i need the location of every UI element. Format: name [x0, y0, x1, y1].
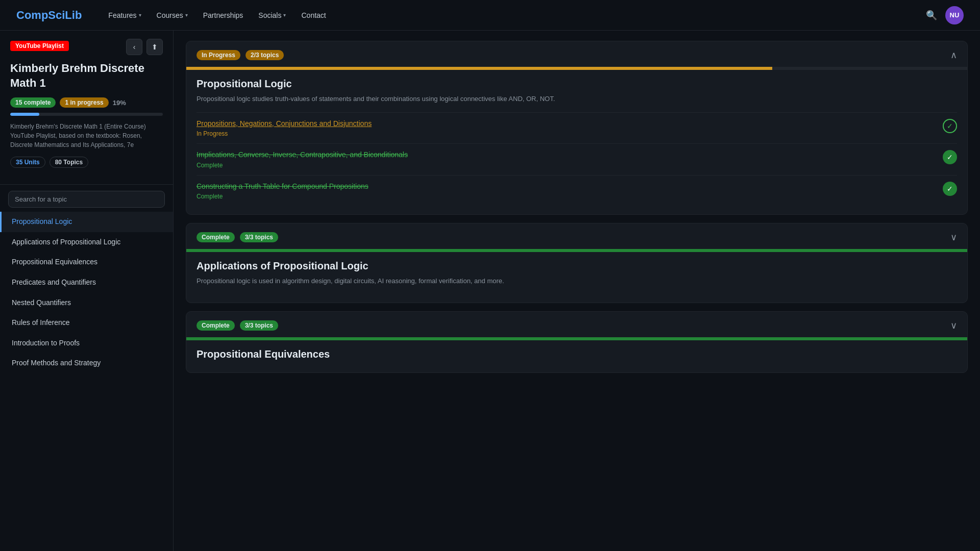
search-box: [8, 191, 165, 208]
stats-badges: 15 complete 1 in progress 19%: [10, 97, 163, 108]
logo-text: CompSciLib: [16, 9, 82, 21]
nav-contact[interactable]: Contact: [295, 8, 332, 22]
topics-count-badge: 3/3 topics: [240, 232, 278, 242]
units-badge: 35 Units: [10, 157, 45, 168]
search-input[interactable]: [8, 191, 165, 208]
topic-info: Implications, Converse, Inverse, Contrap…: [197, 150, 408, 169]
chevron-down-icon: ∨: [950, 232, 957, 243]
card-equivalences: Complete 3/3 topics ∨ Propositional Equi…: [186, 311, 968, 373]
card-header-applications[interactable]: Complete 3/3 topics ∨: [186, 223, 967, 249]
youtube-playlist-badge[interactable]: YouTube Playlist: [10, 41, 69, 51]
nav-courses[interactable]: Courses ▾: [151, 8, 194, 22]
back-button[interactable]: ‹: [126, 39, 142, 55]
percent-badge: 19%: [113, 99, 126, 107]
card-header-left: In Progress 2/3 topics: [197, 50, 284, 60]
main-content: In Progress 2/3 topics ∧ Propositional L…: [174, 31, 980, 551]
card-body-applications: Applications of Propositional Logic Prop…: [186, 252, 967, 303]
sidebar-item-nested-quantifiers[interactable]: Nested Quantifiers: [0, 293, 173, 313]
status-badge-complete: Complete: [197, 320, 235, 331]
sidebar-item-predicates[interactable]: Predicates and Quantifiers: [0, 272, 173, 293]
card-title: Applications of Propositional Logic: [197, 260, 957, 272]
topics-badge: 80 Topics: [50, 157, 88, 168]
share-button[interactable]: ⬆: [146, 39, 163, 55]
topic-info: Propositions, Negations, Conjunctions an…: [197, 119, 372, 138]
check-circle-complete: ✓: [943, 182, 957, 196]
card-header-equivalences[interactable]: Complete 3/3 topics ∨: [186, 312, 967, 337]
topic-info: Constructing a Truth Table for Compound …: [197, 182, 369, 201]
chevron-down-icon: ▾: [185, 12, 188, 18]
sidebar-item-rules-of-inference[interactable]: Rules of Inference: [0, 313, 173, 333]
card-body-equivalences: Propositional Equivalences: [186, 340, 967, 372]
card-title: Propositional Equivalences: [197, 348, 957, 360]
overall-progress-bar: [10, 113, 163, 116]
search-icon[interactable]: 🔍: [926, 10, 937, 21]
chevron-up-icon: ∧: [950, 49, 957, 61]
check-circle-outline[interactable]: ✓: [943, 119, 957, 133]
nav-partnerships[interactable]: Partnerships: [197, 8, 250, 22]
in-progress-badge: 1 in progress: [60, 97, 108, 108]
nav-features[interactable]: Features ▾: [102, 8, 147, 22]
overall-progress-fill: [10, 113, 39, 116]
sidebar-item-proof-methods[interactable]: Proof Methods and Strategy: [0, 353, 173, 373]
sidebar: YouTube Playlist ‹ ⬆ Kimberly Brehm Disc…: [0, 31, 174, 551]
topic-status: In Progress: [197, 130, 372, 137]
topic-item: Propositions, Negations, Conjunctions an…: [197, 112, 957, 144]
card-applications: Complete 3/3 topics ∨ Applications of Pr…: [186, 223, 968, 303]
sidebar-header: YouTube Playlist ‹ ⬆ Kimberly Brehm Disc…: [0, 41, 173, 185]
main-layout: YouTube Playlist ‹ ⬆ Kimberly Brehm Disc…: [0, 31, 980, 551]
complete-badge: 15 complete: [10, 97, 56, 108]
card-description: Propositional logic studies truth-values…: [197, 94, 957, 104]
chevron-down-icon: ∨: [950, 320, 957, 331]
share-icon: ⬆: [152, 43, 158, 51]
topic-name[interactable]: Implications, Converse, Inverse, Contrap…: [197, 150, 408, 160]
card-description: Propositional logic is used in algorithm…: [197, 276, 957, 286]
sidebar-item-applications[interactable]: Applications of Propositional Logic: [0, 232, 173, 253]
logo[interactable]: CompSciLib: [16, 9, 82, 22]
card-body-propositional-logic: Propositional Logic Propositional logic …: [186, 70, 967, 214]
nav-socials[interactable]: Socials ▾: [252, 8, 292, 22]
sidebar-item-propositional-logic[interactable]: Propositional Logic: [0, 212, 173, 232]
course-title: Kimberly Brehm Discrete Math 1: [10, 61, 163, 90]
topic-name[interactable]: Constructing a Truth Table for Compound …: [197, 182, 369, 192]
topic-name[interactable]: Propositions, Negations, Conjunctions an…: [197, 119, 372, 129]
sidebar-item-equivalences[interactable]: Propositional Equivalences: [0, 252, 173, 272]
nav-right: 🔍 NU: [926, 6, 964, 24]
topics-count-badge: 2/3 topics: [246, 50, 284, 60]
sidebar-controls: ‹ ⬆: [126, 39, 163, 55]
unit-topic-badges: 35 Units 80 Topics: [10, 157, 163, 168]
topics-count-badge: 3/3 topics: [240, 320, 278, 331]
sidebar-nav: Propositional Logic Applications of Prop…: [0, 212, 173, 373]
navbar: CompSciLib Features ▾ Courses ▾ Partners…: [0, 0, 980, 31]
card-header-propositional-logic[interactable]: In Progress 2/3 topics ∧: [186, 41, 967, 67]
course-description: Kimberly Brehm's Discrete Math 1 (Entire…: [10, 122, 163, 149]
topic-status: Complete: [197, 162, 408, 169]
card-header-left: Complete 3/3 topics: [197, 232, 278, 242]
status-badge-in-progress: In Progress: [197, 50, 240, 60]
topic-item: Constructing a Truth Table for Compound …: [197, 175, 957, 207]
chevron-down-icon: ▾: [139, 12, 141, 18]
topic-item: Implications, Converse, Inverse, Contrap…: [197, 143, 957, 175]
card-propositional-logic: In Progress 2/3 topics ∧ Propositional L…: [186, 41, 968, 215]
sidebar-item-intro-proofs[interactable]: Introduction to Proofs: [0, 333, 173, 354]
nav-items: Features ▾ Courses ▾ Partnerships Social…: [102, 8, 926, 22]
status-badge-complete: Complete: [197, 232, 235, 242]
avatar[interactable]: NU: [945, 6, 964, 24]
card-title: Propositional Logic: [197, 78, 957, 90]
topic-status: Complete: [197, 193, 369, 200]
chevron-down-icon: ▾: [283, 12, 286, 18]
check-circle-complete: ✓: [943, 150, 957, 164]
card-header-left: Complete 3/3 topics: [197, 320, 278, 331]
